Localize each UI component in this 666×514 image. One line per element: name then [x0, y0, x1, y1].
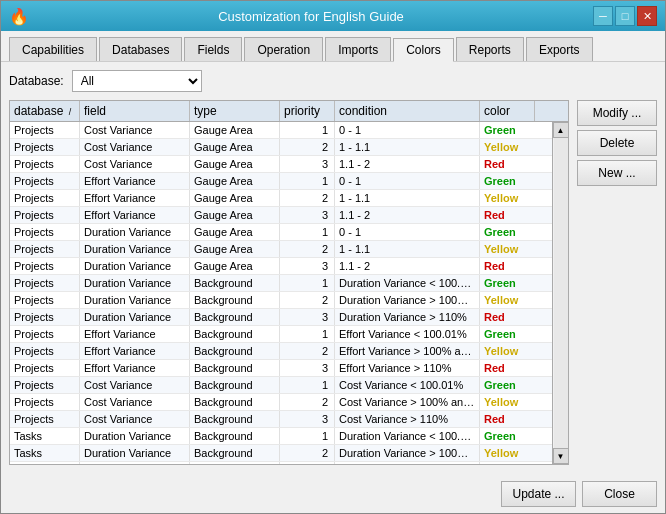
- database-row: Database: All: [9, 70, 657, 92]
- table-row[interactable]: ProjectsDuration VarianceGauge Area31.1 …: [10, 258, 552, 275]
- table-cell: Effort Variance > 110%: [335, 360, 480, 376]
- table-row[interactable]: ProjectsCost VarianceGauge Area21 - 1.1Y…: [10, 139, 552, 156]
- table-row[interactable]: ProjectsCost VarianceBackground1Cost Var…: [10, 377, 552, 394]
- table-row[interactable]: ProjectsEffort VarianceGauge Area31.1 - …: [10, 207, 552, 224]
- table-cell: Duration Variance: [80, 309, 190, 325]
- table-row[interactable]: ProjectsEffort VarianceBackground1Effort…: [10, 326, 552, 343]
- table-cell: Duration Variance < 100.0...: [335, 275, 480, 291]
- table-cell: Cost Variance > 110%: [335, 411, 480, 427]
- table-row[interactable]: ProjectsEffort VarianceBackground2Effort…: [10, 343, 552, 360]
- new-button[interactable]: New ...: [577, 160, 657, 186]
- col-type: type: [190, 101, 280, 121]
- table-cell: 1: [280, 122, 335, 138]
- table-cell: 3: [280, 309, 335, 325]
- table-row[interactable]: ProjectsCost VarianceBackground2Cost Var…: [10, 394, 552, 411]
- update-button[interactable]: Update ...: [501, 481, 576, 507]
- table-cell: Background: [190, 411, 280, 427]
- table-cell: Projects: [10, 411, 80, 427]
- scrollbar[interactable]: ▲ ▼: [552, 122, 568, 464]
- table-cell: Background: [190, 394, 280, 410]
- table-cell: Background: [190, 326, 280, 342]
- table-cell: Red: [480, 309, 535, 325]
- col-priority: priority: [280, 101, 335, 121]
- table-cell: Projects: [10, 224, 80, 240]
- table-row[interactable]: ProjectsCost VarianceBackground3Cost Var…: [10, 411, 552, 428]
- table-cell: 2: [280, 190, 335, 206]
- table-body[interactable]: ProjectsCost VarianceGauge Area10 - 1Gre…: [10, 122, 552, 464]
- table-cell: Green: [480, 377, 535, 393]
- table-row[interactable]: ProjectsDuration VarianceBackground3Dura…: [10, 309, 552, 326]
- scroll-down-button[interactable]: ▼: [553, 448, 569, 464]
- table-cell: Projects: [10, 241, 80, 257]
- table-row[interactable]: ProjectsEffort VarianceGauge Area21 - 1.…: [10, 190, 552, 207]
- table-cell: Effort Variance: [80, 326, 190, 342]
- table-row[interactable]: ProjectsCost VarianceGauge Area31.1 - 2R…: [10, 156, 552, 173]
- table-cell: Projects: [10, 360, 80, 376]
- table-cell: 2: [280, 343, 335, 359]
- table-cell: Background: [190, 377, 280, 393]
- table-row[interactable]: ProjectsEffort VarianceBackground3Effort…: [10, 360, 552, 377]
- table-cell: Projects: [10, 394, 80, 410]
- table-row[interactable]: ProjectsDuration VarianceGauge Area10 - …: [10, 224, 552, 241]
- close-window-button[interactable]: ✕: [637, 6, 657, 26]
- scroll-up-button[interactable]: ▲: [553, 122, 569, 138]
- table-row[interactable]: ProjectsDuration VarianceGauge Area21 - …: [10, 241, 552, 258]
- restore-button[interactable]: □: [615, 6, 635, 26]
- table-cell: Projects: [10, 122, 80, 138]
- database-select[interactable]: All: [72, 70, 202, 92]
- table-cell: Green: [480, 326, 535, 342]
- table-cell: Red: [480, 258, 535, 274]
- delete-button[interactable]: Delete: [577, 130, 657, 156]
- table-cell: Gauge Area: [190, 224, 280, 240]
- minimize-button[interactable]: ─: [593, 6, 613, 26]
- table-row[interactable]: TasksDuration VarianceBackground1Duratio…: [10, 428, 552, 445]
- table-cell: Red: [480, 411, 535, 427]
- tab-reports[interactable]: Reports: [456, 37, 524, 61]
- table-cell: 1: [280, 224, 335, 240]
- tab-colors[interactable]: Colors: [393, 38, 454, 62]
- tab-capabilities[interactable]: Capabilities: [9, 37, 97, 61]
- table-cell: Cost Variance: [80, 139, 190, 155]
- table-cell: Yellow: [480, 292, 535, 308]
- table-cell: Projects: [10, 292, 80, 308]
- table-cell: Yellow: [480, 241, 535, 257]
- table-cell: 1.1 - 2: [335, 207, 480, 223]
- tab-imports[interactable]: Imports: [325, 37, 391, 61]
- table-row[interactable]: ProjectsDuration VarianceBackground2Dura…: [10, 292, 552, 309]
- tab-fields[interactable]: Fields: [184, 37, 242, 61]
- table-cell: Yellow: [480, 394, 535, 410]
- table-cell: 1: [280, 275, 335, 291]
- table-row[interactable]: TasksDuration VarianceBackground3Duratio…: [10, 462, 552, 464]
- table-cell: Gauge Area: [190, 156, 280, 172]
- close-button[interactable]: Close: [582, 481, 657, 507]
- table-cell: Cost Variance > 100% and...: [335, 394, 480, 410]
- table-row[interactable]: ProjectsCost VarianceGauge Area10 - 1Gre…: [10, 122, 552, 139]
- table-cell: Background: [190, 360, 280, 376]
- table-cell: Background: [190, 292, 280, 308]
- table-cell: Effort Variance: [80, 173, 190, 189]
- main-area: database / field type priority condition…: [9, 100, 657, 465]
- table-cell: Gauge Area: [190, 139, 280, 155]
- table-cell: 2: [280, 241, 335, 257]
- modify-button[interactable]: Modify ...: [577, 100, 657, 126]
- col-color: color: [480, 101, 535, 121]
- tab-exports[interactable]: Exports: [526, 37, 593, 61]
- table-cell: Projects: [10, 139, 80, 155]
- table-cell: Effort Variance < 100.01%: [335, 326, 480, 342]
- table-row[interactable]: ProjectsDuration VarianceBackground1Dura…: [10, 275, 552, 292]
- table-cell: 2: [280, 139, 335, 155]
- table-cell: Duration Variance: [80, 428, 190, 444]
- table-cell: 1: [280, 377, 335, 393]
- table-cell: Tasks: [10, 462, 80, 464]
- tab-databases[interactable]: Databases: [99, 37, 182, 61]
- table-cell: 3: [280, 207, 335, 223]
- table-cell: 3: [280, 462, 335, 464]
- table-cell: Effort Variance: [80, 207, 190, 223]
- table-cell: Cost Variance: [80, 377, 190, 393]
- table-row[interactable]: TasksDuration VarianceBackground2Duratio…: [10, 445, 552, 462]
- table-row[interactable]: ProjectsEffort VarianceGauge Area10 - 1G…: [10, 173, 552, 190]
- table-header: database / field type priority condition…: [10, 101, 568, 122]
- table-cell: Projects: [10, 156, 80, 172]
- tab-operation[interactable]: Operation: [244, 37, 323, 61]
- col-condition: condition: [335, 101, 480, 121]
